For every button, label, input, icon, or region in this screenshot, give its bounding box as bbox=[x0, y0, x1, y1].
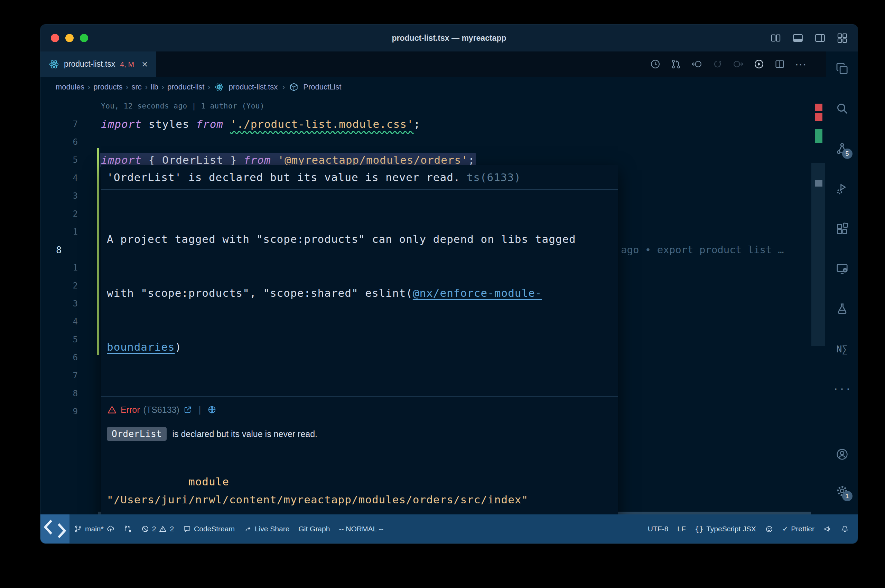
sync-icon[interactable] bbox=[712, 58, 723, 70]
notifications-status[interactable] bbox=[836, 514, 853, 543]
prettier-status[interactable]: ✓ Prettier bbox=[778, 514, 819, 543]
blame-codelens[interactable]: You, 12 seconds ago | 1 author (You) bbox=[41, 97, 826, 115]
run-file-icon[interactable] bbox=[753, 58, 765, 70]
more-views-icon: ··· bbox=[832, 383, 851, 395]
braces-icon: {} bbox=[695, 525, 703, 533]
code-line[interactable]: 7import styles from './product-list.modu… bbox=[41, 115, 826, 133]
globe-docs-icon[interactable] bbox=[207, 405, 217, 415]
vscode-window: product-list.tsx — myreactapp product-li… bbox=[40, 24, 858, 544]
customize-layout-icon[interactable] bbox=[836, 32, 848, 44]
accounts-menu[interactable] bbox=[835, 447, 849, 461]
activity-remote-explorer[interactable] bbox=[835, 262, 849, 276]
code-token: './product-list.module.css' bbox=[230, 118, 414, 130]
eslint-rule-link[interactable]: boundaries bbox=[107, 340, 175, 353]
line-number[interactable]: 6 bbox=[41, 137, 78, 147]
timeline-history-icon[interactable] bbox=[649, 58, 661, 70]
github-icon bbox=[765, 525, 773, 533]
eslint-rule-link[interactable]: @nx/enforce-module- bbox=[413, 287, 542, 299]
activity-testing[interactable] bbox=[835, 302, 849, 316]
line-number[interactable]: 4 bbox=[41, 317, 78, 327]
line-number[interactable]: 8 bbox=[41, 244, 78, 255]
code-editor[interactable]: You, 12 seconds ago | 1 author (You) 7im… bbox=[41, 97, 826, 514]
activity-run-debug[interactable] bbox=[835, 182, 849, 195]
git-branch-status[interactable]: main* bbox=[69, 514, 119, 543]
traffic-light-close-button[interactable] bbox=[51, 34, 59, 42]
activity-nx-console[interactable]: N∑ bbox=[835, 342, 849, 356]
toggle-secondary-sidebar-icon[interactable] bbox=[814, 32, 826, 44]
nx-console-icon: N∑ bbox=[836, 344, 847, 354]
line-number[interactable]: 7 bbox=[41, 119, 78, 129]
hover-module-path: module "/Users/juri/nrwl/content/myreact… bbox=[101, 450, 618, 514]
language-mode-status[interactable]: {} TypeScript JSX bbox=[690, 514, 760, 543]
git-graph-status[interactable]: Git Graph bbox=[294, 514, 334, 543]
line-number[interactable]: 5 bbox=[41, 155, 78, 165]
live-share-status[interactable]: Live Share bbox=[239, 514, 294, 543]
breadcrumb-item[interactable]: product-list bbox=[165, 82, 207, 92]
next-change-icon[interactable] bbox=[733, 58, 744, 70]
compare-changes-status[interactable] bbox=[119, 514, 137, 543]
hover-diagnostic-ts: 'OrderList' is declared but its value is… bbox=[101, 165, 618, 189]
encoding-status[interactable]: UTF-8 bbox=[643, 514, 673, 543]
line-number[interactable]: 1 bbox=[41, 263, 78, 273]
code-token: import bbox=[101, 154, 149, 166]
breadcrumb-file[interactable]: product-list.tsx bbox=[227, 82, 279, 92]
tab-bar: product-list.tsx 4, M × ⋯ bbox=[41, 51, 826, 77]
remote-explorer-icon bbox=[835, 262, 849, 276]
vim-mode-status[interactable]: -- NORMAL -- bbox=[334, 514, 388, 543]
breadcrumb-item[interactable]: products bbox=[91, 82, 125, 92]
breadcrumb-item[interactable]: lib bbox=[149, 82, 161, 92]
feedback-megaphone-icon bbox=[823, 525, 832, 533]
settings-badge: 1 bbox=[842, 491, 852, 501]
activity-more-views[interactable]: ··· bbox=[835, 382, 849, 396]
line-number[interactable]: 9 bbox=[41, 406, 78, 416]
feedback-status[interactable] bbox=[819, 514, 836, 543]
tab-close-icon[interactable]: × bbox=[142, 59, 148, 69]
github-status[interactable] bbox=[760, 514, 778, 543]
activity-search[interactable] bbox=[835, 102, 849, 116]
line-number[interactable]: 2 bbox=[41, 209, 78, 219]
breadcrumb: modules›products›src›lib›product-list› p… bbox=[41, 77, 826, 97]
publish-cloud-icon bbox=[107, 525, 115, 533]
line-number[interactable]: 3 bbox=[41, 191, 78, 201]
settings-menu[interactable]: 1 bbox=[835, 484, 849, 498]
line-number[interactable]: 6 bbox=[41, 353, 78, 362]
bell-icon bbox=[841, 525, 849, 533]
warning-triangle-icon bbox=[159, 525, 167, 533]
line-number[interactable]: 1 bbox=[41, 227, 78, 237]
git-gutter-added-bar bbox=[97, 148, 99, 355]
open-changes-icon[interactable] bbox=[670, 58, 682, 70]
eol-status[interactable]: LF bbox=[673, 514, 690, 543]
toggle-primary-sidebar-icon[interactable] bbox=[770, 32, 781, 44]
open-external-icon[interactable] bbox=[183, 405, 192, 415]
line-number[interactable]: 8 bbox=[41, 388, 78, 398]
tab-product-list[interactable]: product-list.tsx 4, M × bbox=[41, 51, 156, 77]
codestream-status[interactable]: CodeStream bbox=[178, 514, 239, 543]
line-number[interactable]: 2 bbox=[41, 281, 78, 291]
more-actions-icon[interactable]: ⋯ bbox=[795, 58, 807, 70]
activity-extensions[interactable] bbox=[835, 222, 849, 236]
error-detail-text: is declared but its value is never read. bbox=[172, 429, 317, 439]
scrollbar-slider[interactable] bbox=[811, 163, 825, 346]
remote-indicator[interactable] bbox=[41, 514, 69, 543]
remote-icon bbox=[41, 514, 69, 543]
line-number[interactable]: 7 bbox=[41, 371, 78, 380]
line-number[interactable]: 4 bbox=[41, 173, 78, 183]
split-editor-icon[interactable] bbox=[774, 58, 786, 70]
breadcrumb-separator-icon: › bbox=[206, 82, 211, 92]
previous-change-icon[interactable] bbox=[691, 58, 702, 70]
breadcrumb-symbol[interactable]: ProductList bbox=[301, 82, 343, 92]
problems-status[interactable]: 2 2 bbox=[137, 514, 178, 543]
line-number[interactable]: 5 bbox=[41, 335, 78, 345]
activity-explorer[interactable] bbox=[835, 62, 849, 75]
git-added-mark bbox=[815, 129, 822, 142]
line-number[interactable]: 3 bbox=[41, 299, 78, 309]
hover-error-detail: Error(TS6133) | OrderList is declared bu… bbox=[101, 396, 618, 450]
breadcrumb-item[interactable]: src bbox=[130, 82, 144, 92]
toggle-panel-icon[interactable] bbox=[792, 32, 804, 44]
inline-blame-text: ago • export product list … bbox=[621, 244, 784, 256]
activity-source-control[interactable]: 5 bbox=[835, 142, 849, 156]
traffic-light-zoom-button[interactable] bbox=[80, 34, 88, 42]
traffic-light-minimize-button[interactable] bbox=[65, 34, 74, 42]
code-line[interactable]: 6 bbox=[41, 133, 826, 151]
breadcrumb-item[interactable]: modules bbox=[54, 82, 86, 92]
